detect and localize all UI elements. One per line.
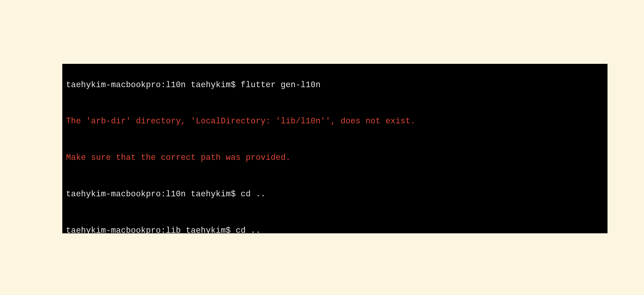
terminal-line-error: The 'arb-dir' directory, 'LocalDirectory… (62, 115, 608, 127)
terminal-line-prompt: taehykim-macbookpro:lib taehykim$ cd .. (62, 225, 608, 233)
terminal-line: taehykim-macbookpro:l10n taehykim$ flutt… (62, 79, 608, 91)
terminal-line-error: Make sure that the correct path was prov… (62, 152, 608, 164)
terminal-output: taehykim-macbookpro:l10n taehykim$ flutt… (62, 64, 608, 233)
terminal-line-prompt: taehykim-macbookpro:l10n taehykim$ cd .. (62, 188, 608, 200)
terminal-window[interactable]: taehykim-macbookpro:l10n taehykim$ flutt… (62, 64, 608, 233)
